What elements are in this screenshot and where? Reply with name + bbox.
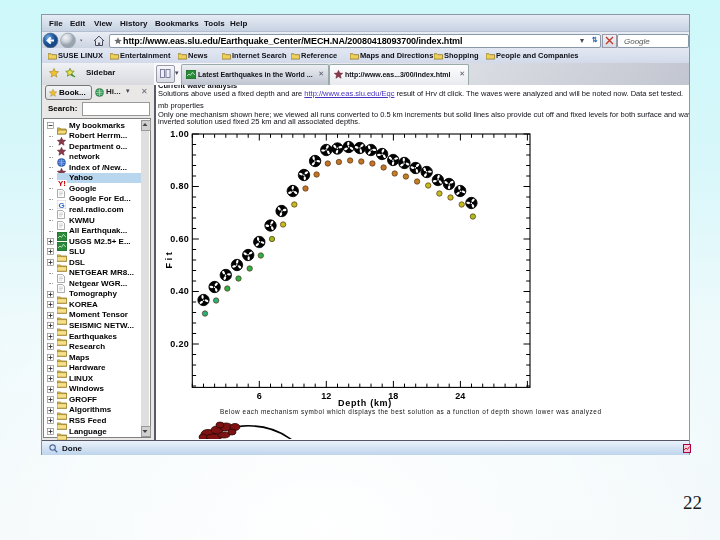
svg-text:0.80: 0.80 — [170, 181, 189, 191]
svg-text:0.60: 0.60 — [170, 234, 189, 244]
svg-text:Depth (km): Depth (km) — [338, 398, 392, 408]
svg-text:Below each mechanism symbol wh: Below each mechanism symbol which displa… — [220, 408, 601, 416]
svg-text:12: 12 — [321, 391, 331, 401]
svg-text:Fit: Fit — [164, 250, 174, 269]
svg-text:24: 24 — [455, 391, 465, 401]
svg-text:6: 6 — [257, 391, 262, 401]
svg-text:0.40: 0.40 — [170, 286, 189, 296]
svg-text:1.00: 1.00 — [170, 129, 189, 139]
svg-text:0.20: 0.20 — [170, 339, 189, 349]
